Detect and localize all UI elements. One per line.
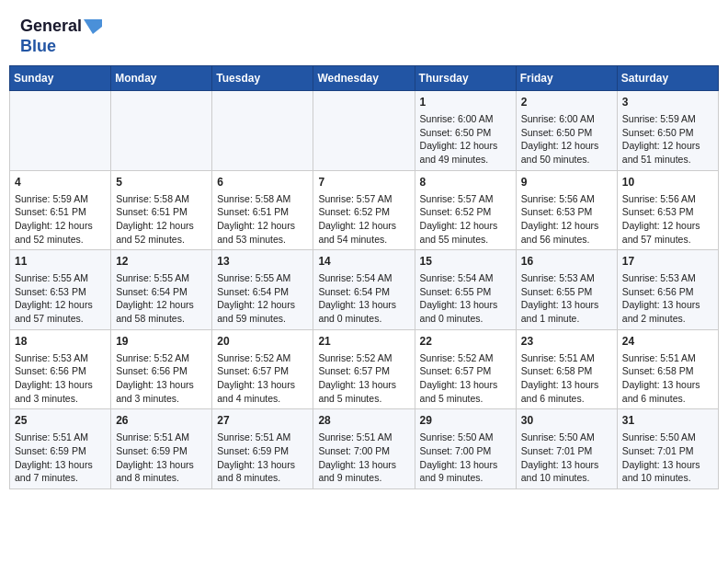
day-number: 23 [521,334,612,350]
calendar-cell: 18Sunrise: 5:53 AM Sunset: 6:56 PM Dayli… [10,329,111,409]
weekday-thursday: Thursday [415,66,516,91]
calendar-cell: 20Sunrise: 5:52 AM Sunset: 6:57 PM Dayli… [212,329,313,409]
day-info: Sunrise: 5:57 AM Sunset: 6:52 PM Dayligh… [420,192,511,247]
weekday-sunday: Sunday [10,66,111,91]
calendar-cell: 13Sunrise: 5:55 AM Sunset: 6:54 PM Dayli… [212,250,313,330]
calendar-cell [111,91,212,171]
day-info: Sunrise: 5:59 AM Sunset: 6:51 PM Dayligh… [15,192,106,247]
day-info: Sunrise: 5:55 AM Sunset: 6:54 PM Dayligh… [116,271,207,326]
calendar-cell: 24Sunrise: 5:51 AM Sunset: 6:58 PM Dayli… [617,329,718,409]
day-number: 1 [420,95,511,110]
calendar-cell: 17Sunrise: 5:53 AM Sunset: 6:56 PM Dayli… [617,250,718,330]
day-number: 20 [217,334,308,350]
day-info: Sunrise: 5:56 AM Sunset: 6:53 PM Dayligh… [521,192,612,247]
weekday-wednesday: Wednesday [313,66,415,91]
calendar-cell: 10Sunrise: 5:56 AM Sunset: 6:53 PM Dayli… [617,170,718,250]
day-number: 9 [521,175,612,190]
calendar-cell: 6Sunrise: 5:58 AM Sunset: 6:51 PM Daylig… [212,170,313,250]
calendar-cell: 23Sunrise: 5:51 AM Sunset: 6:58 PM Dayli… [516,329,617,409]
day-info: Sunrise: 5:58 AM Sunset: 6:51 PM Dayligh… [116,192,207,247]
calendar-cell: 25Sunrise: 5:51 AM Sunset: 6:59 PM Dayli… [10,409,111,489]
day-info: Sunrise: 5:54 AM Sunset: 6:54 PM Dayligh… [318,271,409,326]
calendar-cell: 4Sunrise: 5:59 AM Sunset: 6:51 PM Daylig… [10,170,111,250]
calendar-week-2: 4Sunrise: 5:59 AM Sunset: 6:51 PM Daylig… [10,170,719,250]
day-info: Sunrise: 5:51 AM Sunset: 6:58 PM Dayligh… [521,351,612,406]
logo-graphic: General Blue [20,17,102,56]
day-info: Sunrise: 5:53 AM Sunset: 6:55 PM Dayligh… [521,271,612,326]
day-info: Sunrise: 5:50 AM Sunset: 7:01 PM Dayligh… [622,431,713,485]
day-info: Sunrise: 5:54 AM Sunset: 6:55 PM Dayligh… [420,271,511,326]
day-number: 11 [15,254,106,270]
calendar-cell: 21Sunrise: 5:52 AM Sunset: 6:57 PM Dayli… [313,329,415,409]
logo-general: General [20,17,82,37]
day-info: Sunrise: 5:51 AM Sunset: 6:59 PM Dayligh… [116,431,207,485]
calendar-cell [313,91,415,171]
calendar-cell: 15Sunrise: 5:54 AM Sunset: 6:55 PM Dayli… [415,250,516,330]
logo: General Blue [20,17,102,56]
calendar-cell: 1Sunrise: 6:00 AM Sunset: 6:50 PM Daylig… [415,91,516,171]
day-info: Sunrise: 5:51 AM Sunset: 7:00 PM Dayligh… [318,431,409,485]
svg-marker-0 [84,19,102,34]
page-header: General Blue [9,9,719,60]
day-number: 6 [217,175,308,190]
day-number: 27 [217,413,308,429]
calendar-cell: 3Sunrise: 5:59 AM Sunset: 6:50 PM Daylig… [617,91,718,171]
day-number: 26 [116,413,207,429]
day-info: Sunrise: 5:55 AM Sunset: 6:54 PM Dayligh… [217,271,308,326]
day-number: 22 [420,334,511,350]
day-number: 28 [318,413,409,429]
calendar-cell: 26Sunrise: 5:51 AM Sunset: 6:59 PM Dayli… [111,409,212,489]
day-info: Sunrise: 5:55 AM Sunset: 6:53 PM Dayligh… [15,271,106,326]
day-info: Sunrise: 5:52 AM Sunset: 6:57 PM Dayligh… [217,351,308,406]
calendar-week-3: 11Sunrise: 5:55 AM Sunset: 6:53 PM Dayli… [10,250,719,330]
day-number: 8 [420,175,511,190]
day-number: 2 [521,95,612,110]
day-info: Sunrise: 6:00 AM Sunset: 6:50 PM Dayligh… [420,112,511,167]
weekday-monday: Monday [111,66,212,91]
calendar-header: SundayMondayTuesdayWednesdayThursdayFrid… [10,66,719,91]
calendar-cell: 31Sunrise: 5:50 AM Sunset: 7:01 PM Dayli… [617,409,718,489]
calendar-cell: 30Sunrise: 5:50 AM Sunset: 7:01 PM Dayli… [516,409,617,489]
day-number: 5 [116,175,207,190]
calendar-week-5: 25Sunrise: 5:51 AM Sunset: 6:59 PM Dayli… [10,409,719,489]
day-info: Sunrise: 5:50 AM Sunset: 7:01 PM Dayligh… [521,431,612,485]
day-number: 3 [622,95,713,110]
day-info: Sunrise: 5:52 AM Sunset: 6:57 PM Dayligh… [318,351,409,406]
calendar-cell [212,91,313,171]
weekday-header-row: SundayMondayTuesdayWednesdayThursdayFrid… [10,66,719,91]
day-number: 29 [420,413,511,429]
logo-arrow-icon [84,19,102,34]
day-info: Sunrise: 5:57 AM Sunset: 6:52 PM Dayligh… [318,192,409,247]
day-number: 25 [15,413,106,429]
day-number: 7 [318,175,409,190]
day-number: 16 [521,254,612,270]
calendar-cell: 5Sunrise: 5:58 AM Sunset: 6:51 PM Daylig… [111,170,212,250]
day-info: Sunrise: 5:52 AM Sunset: 6:56 PM Dayligh… [116,351,207,406]
calendar-cell: 22Sunrise: 5:52 AM Sunset: 6:57 PM Dayli… [415,329,516,409]
calendar-cell: 12Sunrise: 5:55 AM Sunset: 6:54 PM Dayli… [111,250,212,330]
day-info: Sunrise: 5:51 AM Sunset: 6:58 PM Dayligh… [622,351,713,406]
weekday-saturday: Saturday [617,66,718,91]
day-info: Sunrise: 5:56 AM Sunset: 6:53 PM Dayligh… [622,192,713,247]
calendar-cell: 2Sunrise: 6:00 AM Sunset: 6:50 PM Daylig… [516,91,617,171]
calendar-cell: 11Sunrise: 5:55 AM Sunset: 6:53 PM Dayli… [10,250,111,330]
logo-blue: Blue [20,37,56,57]
day-info: Sunrise: 5:53 AM Sunset: 6:56 PM Dayligh… [622,271,713,326]
day-info: Sunrise: 5:51 AM Sunset: 6:59 PM Dayligh… [15,431,106,485]
day-number: 15 [420,254,511,270]
day-number: 13 [217,254,308,270]
calendar-cell: 7Sunrise: 5:57 AM Sunset: 6:52 PM Daylig… [313,170,415,250]
day-number: 18 [15,334,106,350]
weekday-tuesday: Tuesday [212,66,313,91]
calendar-cell [10,91,111,171]
calendar-table: SundayMondayTuesdayWednesdayThursdayFrid… [9,65,719,489]
day-info: Sunrise: 5:58 AM Sunset: 6:51 PM Dayligh… [217,192,308,247]
calendar-cell: 29Sunrise: 5:50 AM Sunset: 7:00 PM Dayli… [415,409,516,489]
day-number: 31 [622,413,713,429]
day-info: Sunrise: 6:00 AM Sunset: 6:50 PM Dayligh… [521,112,612,167]
day-number: 10 [622,175,713,190]
calendar-cell: 28Sunrise: 5:51 AM Sunset: 7:00 PM Dayli… [313,409,415,489]
calendar-cell: 27Sunrise: 5:51 AM Sunset: 6:59 PM Dayli… [212,409,313,489]
weekday-friday: Friday [516,66,617,91]
day-number: 30 [521,413,612,429]
